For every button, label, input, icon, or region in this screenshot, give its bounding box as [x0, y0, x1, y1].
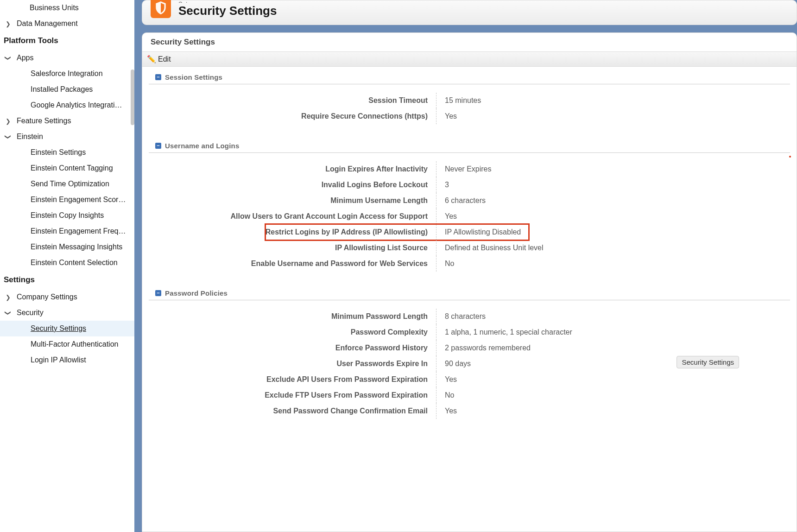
field-label: Session Timeout [149, 96, 436, 105]
login-settings-table: Login Expires After Inactivity Never Exp… [142, 153, 797, 283]
sidebar-item-google-analytics[interactable]: Google Analytics Integrati… [0, 97, 134, 113]
header-eyebrow: Setup [178, 1, 277, 3]
sidebar-item-salesforce-integration[interactable]: Salesforce Integration [0, 66, 134, 82]
sidebar-section-settings: Settings [0, 271, 134, 289]
sidebar-item-company-settings[interactable]: ❯ Company Settings [0, 289, 134, 305]
main-content: Setup Security Settings Security Setting… [134, 0, 797, 532]
sidebar-item-send-time-optimization[interactable]: Send Time Optimization [0, 176, 134, 192]
row-min-pwd-length: Minimum Password Length 8 characters [149, 309, 790, 324]
sidebar-item-business-units[interactable]: Business Units [0, 0, 134, 16]
row-exclude-api: Exclude API Users From Password Expirati… [149, 372, 790, 387]
row-allowlist-source: IP Allowlisting List Source Defined at B… [149, 240, 790, 256]
chevron-right-icon: ❯ [4, 20, 12, 27]
sidebar-item-label: Data Management [17, 19, 78, 28]
sidebar-item-data-management[interactable]: ❯ Data Management [0, 16, 134, 32]
field-value: IP Allowlisting Disabled [436, 228, 790, 236]
row-pwd-change-email: Send Password Change Confirmation Email … [149, 403, 790, 419]
field-label: User Passwords Expire In [149, 360, 436, 368]
sidebar-item-label: Einstein [17, 133, 43, 141]
sidebar-item-einstein[interactable]: ❯ Einstein [0, 129, 134, 145]
sidebar-scrollbar[interactable] [131, 0, 134, 120]
field-label: Send Password Change Confirmation Email [149, 407, 436, 415]
row-pwd-expire: User Passwords Expire In 90 days Securit… [149, 356, 790, 372]
field-label: Allow Users to Grant Account Login Acces… [149, 212, 436, 221]
shield-icon [151, 0, 171, 18]
row-login-expires: Login Expires After Inactivity Never Exp… [149, 161, 790, 177]
field-value: No [436, 391, 790, 399]
collapse-icon[interactable]: − [155, 290, 161, 296]
field-label: Minimum Password Length [149, 312, 436, 321]
section-header-logins: − Username and Logins [149, 137, 790, 153]
section-title: Password Policies [165, 289, 228, 297]
content-card: Security Settings ✏️ Edit − Session Sett… [142, 32, 797, 532]
tooltip: Security Settings [677, 356, 739, 368]
sidebar-item-einstein-messaging-insights[interactable]: Einstein Messaging Insights [0, 239, 134, 255]
field-label: Exclude API Users From Password Expirati… [149, 375, 436, 384]
sidebar-item-einstein-content-selection[interactable]: Einstein Content Selection [0, 255, 134, 271]
section-header-password: − Password Policies [149, 285, 790, 300]
field-value: Yes [436, 407, 790, 415]
collapse-icon[interactable]: − [155, 74, 161, 80]
sidebar-item-label: Security [17, 309, 44, 317]
card-title: Security Settings [142, 33, 797, 51]
row-invalid-logins: Invalid Logins Before Lockout 3 [149, 177, 790, 193]
field-label: Require Secure Connections (https) [149, 112, 436, 120]
session-settings-table: Session Timeout 15 minutes Require Secur… [142, 84, 797, 135]
sidebar-item-einstein-engagement-frequency[interactable]: Einstein Engagement Freq… [0, 223, 134, 239]
sidebar-item-installed-packages[interactable]: Installed Packages [0, 82, 134, 97]
field-label: Enable Username and Password for Web Ser… [149, 260, 436, 268]
field-label: Minimum Username Length [149, 196, 436, 205]
sidebar: Business Units ❯ Data Management Platfor… [0, 0, 134, 532]
chevron-down-icon: ❯ [5, 309, 12, 317]
sidebar-item-label: Feature Settings [17, 117, 71, 125]
field-value: 1 alpha, 1 numeric, 1 special character [436, 328, 790, 336]
sidebar-item-einstein-copy-insights[interactable]: Einstein Copy Insights [0, 208, 134, 223]
indicator-dot-icon [789, 156, 791, 158]
field-value: 3 [436, 181, 790, 189]
sidebar-item-einstein-settings[interactable]: Einstein Settings [0, 145, 134, 160]
row-web-services-auth: Enable Username and Password for Web Ser… [149, 256, 790, 272]
sidebar-item-einstein-engagement-scoring[interactable]: Einstein Engagement Scor… [0, 192, 134, 208]
collapse-icon[interactable]: − [155, 143, 161, 149]
field-value: 2 passwords remembered [436, 344, 790, 352]
field-label: Restrict Logins by IP Address (IP Allowl… [149, 228, 436, 236]
chevron-right-icon: ❯ [4, 118, 12, 125]
sidebar-item-security[interactable]: ❯ Security [0, 305, 134, 321]
field-value: Yes [436, 375, 790, 384]
field-label: IP Allowlisting List Source [149, 244, 436, 252]
chevron-right-icon: ❯ [4, 294, 12, 301]
edit-toolbar: ✏️ Edit [142, 51, 797, 67]
sidebar-item-apps[interactable]: ❯ Apps [0, 50, 134, 66]
row-ip-allowlisting: Restrict Logins by IP Address (IP Allowl… [149, 224, 790, 240]
field-value: Yes [436, 112, 790, 120]
field-label: Invalid Logins Before Lockout [149, 181, 436, 189]
section-header-session: − Session Settings [149, 69, 790, 84]
edit-button[interactable]: Edit [158, 55, 171, 63]
chevron-down-icon: ❯ [5, 54, 12, 62]
sidebar-item-label: Company Settings [17, 293, 77, 301]
row-session-timeout: Session Timeout 15 minutes [149, 93, 790, 108]
sidebar-item-label: Business Units [30, 4, 79, 12]
field-value: Defined at Business Unit level [436, 244, 790, 252]
row-min-username: Minimum Username Length 6 characters [149, 193, 790, 209]
section-title: Username and Logins [165, 142, 240, 150]
section-title: Session Settings [165, 73, 222, 81]
field-value: 8 characters [436, 312, 790, 321]
sidebar-item-feature-settings[interactable]: ❯ Feature Settings [0, 113, 134, 129]
row-require-https: Require Secure Connections (https) Yes [149, 108, 790, 124]
field-label: Login Expires After Inactivity [149, 165, 436, 173]
field-label: Exclude FTP Users From Password Expirati… [149, 391, 436, 399]
field-label: Password Complexity [149, 328, 436, 336]
sidebar-item-security-settings[interactable]: Security Settings [0, 321, 134, 336]
page-header: Setup Security Settings [142, 0, 797, 25]
sidebar-item-login-ip-allowlist[interactable]: Login IP Allowlist [0, 352, 134, 368]
page-title: Security Settings [178, 4, 277, 18]
sidebar-item-mfa[interactable]: Multi-Factor Authentication [0, 336, 134, 352]
header-band: Setup Security Settings [134, 0, 797, 32]
sidebar-item-einstein-content-tagging[interactable]: Einstein Content Tagging [0, 160, 134, 176]
field-value: Never Expires [436, 165, 790, 173]
row-exclude-ftp: Exclude FTP Users From Password Expirati… [149, 387, 790, 403]
row-pwd-complexity: Password Complexity 1 alpha, 1 numeric, … [149, 324, 790, 340]
row-grant-access: Allow Users to Grant Account Login Acces… [149, 209, 790, 224]
password-policies-table: Minimum Password Length 8 characters Pas… [142, 300, 797, 430]
